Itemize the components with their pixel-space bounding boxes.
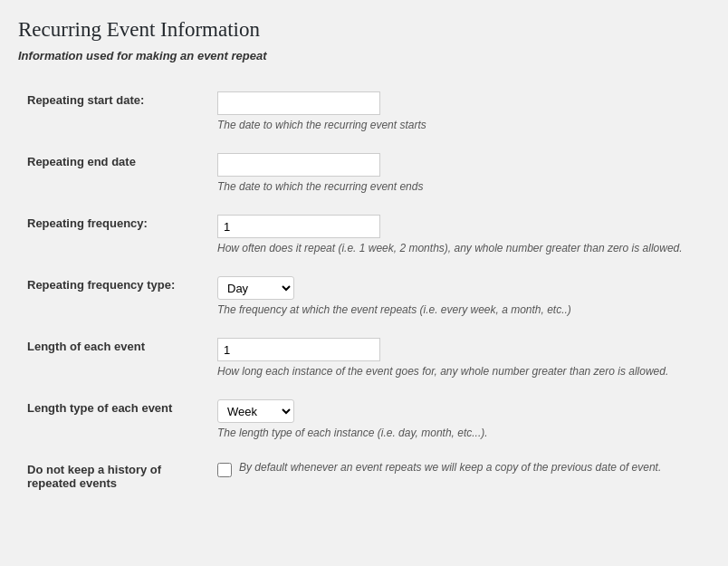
repeating-end-date-input[interactable] xyxy=(217,153,380,177)
length-type-of-each-event-select[interactable]: DayWeekMonthYear xyxy=(217,399,294,423)
label-do-not-keep-history: Do not keep a history of repeated events xyxy=(18,450,199,501)
field-cell-repeating-start-date: The date to which the recurring event st… xyxy=(199,81,710,142)
length-of-each-event-input[interactable] xyxy=(217,338,380,361)
label-repeating-frequency: Repeating frequency: xyxy=(18,204,199,265)
form-row-repeating-end-date: Repeating end dateThe date to which the … xyxy=(18,142,710,204)
form-row-do-not-keep-history: Do not keep a history of repeated events… xyxy=(18,450,710,501)
form-row-length-of-each-event: Length of each eventHow long each instan… xyxy=(18,327,710,389)
field-cell-do-not-keep-history: By default whenever an event repeats we … xyxy=(199,450,710,501)
form-row-repeating-start-date: Repeating start date:The date to which t… xyxy=(18,81,710,142)
length-of-each-event-description: How long each instance of the event goes… xyxy=(217,365,701,378)
label-repeating-frequency-type: Repeating frequency type: xyxy=(18,265,199,327)
repeating-end-date-description: The date to which the recurring event en… xyxy=(217,180,701,193)
repeating-frequency-description: How often does it repeat (i.e. 1 week, 2… xyxy=(217,242,701,254)
label-repeating-end-date: Repeating end date xyxy=(18,142,199,204)
repeating-start-date-input[interactable] xyxy=(217,91,380,115)
repeating-frequency-input[interactable] xyxy=(217,215,380,238)
field-cell-length-of-each-event: How long each instance of the event goes… xyxy=(199,327,710,389)
label-length-of-each-event: Length of each event xyxy=(18,327,199,389)
form-table: Repeating start date:The date to which t… xyxy=(18,81,710,501)
length-type-of-each-event-description: The length type of each instance (i.e. d… xyxy=(217,427,701,439)
repeating-frequency-type-select[interactable]: DayWeekMonthYear xyxy=(217,276,294,300)
do-not-keep-history-checkbox[interactable] xyxy=(217,463,232,477)
repeating-frequency-type-description: The frequency at which the event repeats… xyxy=(217,303,701,316)
field-cell-repeating-end-date: The date to which the recurring event en… xyxy=(199,142,710,204)
do-not-keep-history-description: By default whenever an event repeats we … xyxy=(239,461,661,474)
page-title: Recurring Event Information xyxy=(18,18,710,42)
repeating-start-date-description: The date to which the recurring event st… xyxy=(217,119,701,131)
form-row-repeating-frequency-type: Repeating frequency type:DayWeekMonthYea… xyxy=(18,265,710,327)
page-subtitle: Information used for making an event rep… xyxy=(18,49,710,62)
field-cell-repeating-frequency-type: DayWeekMonthYearThe frequency at which t… xyxy=(199,265,710,327)
label-length-type-of-each-event: Length type of each event xyxy=(18,389,199,450)
label-repeating-start-date: Repeating start date: xyxy=(18,81,199,142)
field-cell-length-type-of-each-event: DayWeekMonthYearThe length type of each … xyxy=(199,389,710,450)
form-row-length-type-of-each-event: Length type of each eventDayWeekMonthYea… xyxy=(18,389,710,450)
field-cell-repeating-frequency: How often does it repeat (i.e. 1 week, 2… xyxy=(199,204,710,265)
form-row-repeating-frequency: Repeating frequency:How often does it re… xyxy=(18,204,710,265)
